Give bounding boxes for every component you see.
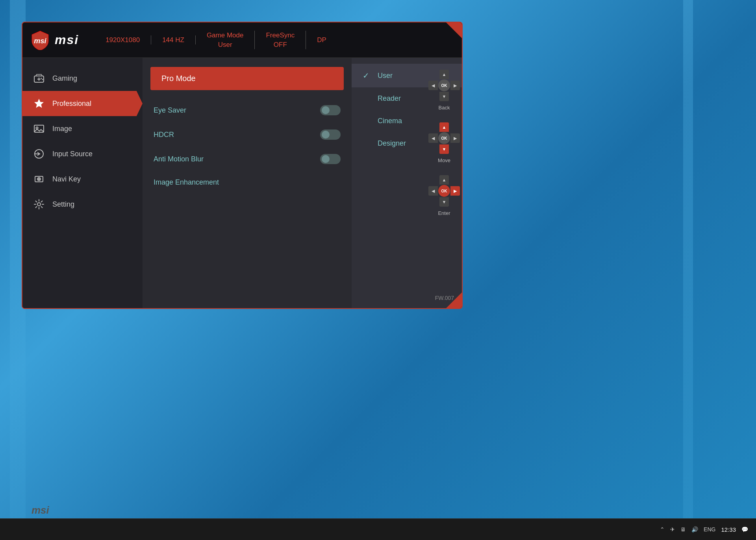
gaming-icon (33, 73, 44, 84)
dpad-move-center[interactable]: OK (438, 132, 450, 144)
taskbar-volume-icon: 🔊 (691, 526, 698, 533)
ok-label-move: OK (441, 136, 447, 141)
professional-icon (33, 98, 44, 109)
sidebar-item-navi-key[interactable]: Navi Key (22, 166, 143, 192)
taskbar-notification-icon[interactable]: 💬 (741, 526, 748, 533)
dpad-back-up[interactable]: ▲ (439, 70, 449, 79)
move-dpad-group: ▲ ◀ OK ▶ ▼ Move (428, 122, 460, 163)
taskbar-chevron-up[interactable]: ⌃ (660, 526, 665, 533)
right-cinema-label: Cinema (378, 117, 402, 125)
sidebar-item-setting[interactable]: Setting (22, 192, 143, 217)
taskbar: ⌃ ✈ 🖥 🔊 ENG 12:33 💬 (0, 518, 756, 540)
dpad-enter-right[interactable]: ▶ (450, 186, 460, 196)
ok-label-enter: OK (441, 189, 447, 193)
navi-key-icon (33, 174, 44, 185)
input-source-icon (33, 148, 44, 159)
header-game-mode: Game Mode User (196, 31, 255, 50)
header-bar: msi msi 1920X1080 144 HZ Game Mode User … (22, 22, 462, 58)
eye-saver-toggle[interactable] (320, 105, 341, 115)
anti-motion-blur-toggle[interactable] (320, 154, 341, 164)
taskbar-language: ENG (704, 526, 715, 533)
anti-motion-blur-label: Anti Motion Blur (154, 155, 204, 163)
hdcr-item[interactable]: HDCR (143, 122, 352, 147)
taskbar-time: 12:33 (721, 526, 736, 533)
header-freesync: FreeSync OFF (255, 31, 306, 50)
setting-icon (33, 199, 44, 210)
sidebar: Gaming Professional Im (22, 58, 143, 308)
dpad-back-center[interactable]: OK (438, 80, 450, 91)
dpad-move-left[interactable]: ◀ (428, 133, 438, 143)
enter-dpad-group: ▲ ◀ OK ▶ ▼ Enter (428, 175, 460, 216)
move-dpad[interactable]: ▲ ◀ OK ▶ ▼ (428, 122, 460, 154)
right-user-label: User (378, 72, 393, 80)
enter-label: Enter (438, 210, 450, 216)
header-info: 1920X1080 144 HZ Game Mode User FreeSync… (94, 31, 337, 50)
sidebar-gaming-label: Gaming (52, 74, 77, 83)
sidebar-input-source-label: Input Source (52, 150, 93, 158)
dpad-enter-left[interactable]: ◀ (428, 186, 438, 196)
header-resolution: 1920X1080 (94, 35, 151, 45)
svg-point-13 (39, 179, 40, 180)
msi-shield-icon: msi (30, 30, 50, 50)
check-icon: ✓ (363, 71, 371, 80)
pro-mode-label: Pro Mode (161, 74, 196, 83)
taskbar-monitor-icon: 🖥 (680, 526, 686, 533)
bg-stripe-right (683, 0, 693, 540)
dpad-enter-up[interactable]: ▲ (439, 175, 449, 185)
back-label: Back (439, 105, 450, 111)
hdcr-toggle[interactable] (320, 129, 341, 140)
msi-brand-text: msi (55, 33, 79, 47)
svg-point-4 (41, 78, 42, 79)
header-refresh: 144 HZ (151, 35, 196, 45)
svg-point-5 (42, 79, 43, 80)
image-enhancement-label: Image Enhancement (154, 178, 219, 187)
svg-point-14 (37, 203, 41, 206)
firmware-version: FW.007 (435, 295, 454, 301)
image-icon (33, 123, 44, 134)
header-input: DP (306, 35, 337, 45)
center-panel: Pro Mode Eye Saver HDCR Anti Motion Blur… (143, 58, 352, 308)
pro-mode-button[interactable]: Pro Mode (150, 67, 344, 90)
sidebar-item-image[interactable]: Image (22, 116, 143, 141)
nav-controls: ▲ ◀ OK ▶ ▼ Back ▲ ◀ OK ▶ ▼ Move (422, 70, 463, 216)
eye-saver-label: Eye Saver (154, 106, 186, 115)
svg-marker-6 (34, 99, 44, 108)
image-enhancement-item[interactable]: Image Enhancement (143, 171, 352, 194)
dpad-back-left[interactable]: ◀ (428, 81, 438, 90)
dpad-enter-down[interactable]: ▼ (439, 197, 449, 207)
dpad-move-up[interactable]: ▲ (439, 122, 449, 132)
sidebar-navi-key-label: Navi Key (52, 175, 81, 183)
svg-text:msi: msi (34, 37, 46, 44)
sidebar-item-gaming[interactable]: Gaming (22, 66, 143, 91)
enter-dpad[interactable]: ▲ ◀ OK ▶ ▼ (428, 175, 460, 207)
right-designer-label: Designer (378, 139, 406, 148)
right-reader-label: Reader (378, 94, 401, 103)
hdcr-label: HDCR (154, 131, 174, 139)
ok-label-back: OK (441, 83, 447, 88)
dpad-back-down[interactable]: ▼ (439, 92, 449, 101)
eye-saver-item[interactable]: Eye Saver (143, 98, 352, 122)
dpad-back-right[interactable]: ▶ (450, 81, 460, 90)
back-dpad[interactable]: ▲ ◀ OK ▶ ▼ (428, 70, 460, 101)
sidebar-professional-label: Professional (52, 100, 91, 108)
osd-container: msi msi 1920X1080 144 HZ Game Mode User … (22, 22, 463, 309)
taskbar-cursor-icon: ✈ (670, 526, 675, 533)
back-dpad-group: ▲ ◀ OK ▶ ▼ Back (428, 70, 460, 111)
sidebar-setting-label: Setting (52, 200, 74, 209)
sidebar-item-input-source[interactable]: Input Source (22, 141, 143, 166)
sidebar-item-professional[interactable]: Professional (22, 91, 143, 116)
move-label: Move (438, 157, 450, 163)
bottom-msi-text: msi (32, 504, 49, 516)
main-content: Gaming Professional Im (22, 58, 462, 308)
sidebar-image-label: Image (52, 125, 72, 133)
dpad-move-down[interactable]: ▼ (439, 144, 449, 154)
msi-logo: msi msi (30, 30, 79, 50)
dpad-enter-center[interactable]: OK (438, 185, 450, 197)
dpad-move-right[interactable]: ▶ (450, 133, 460, 143)
anti-motion-blur-item[interactable]: Anti Motion Blur (143, 147, 352, 171)
